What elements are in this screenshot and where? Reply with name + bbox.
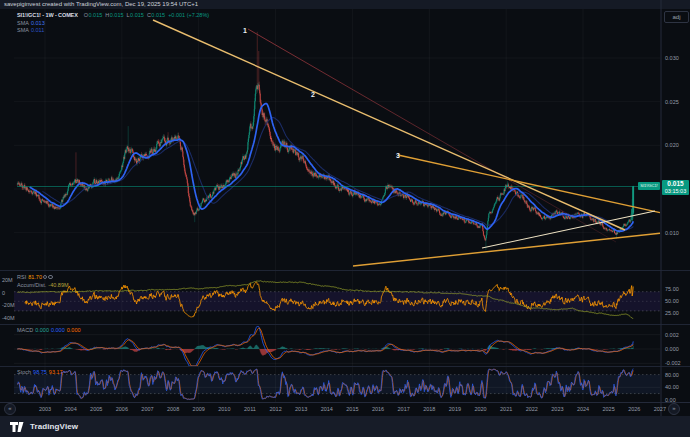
stoch-d-value: 93.17 [49,369,63,375]
symbol-legend[interactable]: SI1!/GC1! - 1W - COMEX O0.015 H0.015 L0.… [17,12,209,18]
year-tick: 2016 [372,406,384,412]
sma1-legend[interactable]: SMA 0.013 [17,20,45,26]
year-tick: 2010 [218,406,230,412]
price-tick: 0.010 [665,230,679,236]
year-tick: 2013 [295,406,307,412]
accdist-tick: -40M [2,315,15,321]
price-line-symbol-label: SI1!/GC1! [638,182,660,190]
accdist-label: Accum/Dist. [17,282,46,288]
accdist-tick: 20M [2,277,13,283]
svg-text:2: 2 [311,91,315,98]
year-tick: 2014 [321,406,333,412]
macd-tick: 0.000 [665,346,679,352]
year-tick: 2011 [244,406,256,412]
change-value: +0.001 (+7.28%) [168,12,209,18]
last-price-value: 0.015 [662,180,689,188]
symbol-title: SI1!/GC1! - 1W - COMEX [17,12,78,18]
year-tick: 2025 [603,406,615,412]
svg-text:1: 1 [243,27,247,34]
year-tick: 2015 [346,406,358,412]
macd-line-value: 0.000 [51,327,65,333]
year-tick: 2007 [141,406,153,412]
year-tick: 2009 [193,406,205,412]
sma2-label: SMA [17,27,29,33]
ohlc-close-value: 0.015 [151,12,165,18]
sma1-value: 0.013 [31,20,45,26]
accdist-tick: -20M [2,302,15,308]
year-tick: 2006 [116,406,128,412]
year-tick: 2012 [269,406,281,412]
year-tick: 2005 [90,406,102,412]
rsi-tick: 75.00 [665,286,679,292]
price-axis[interactable] [661,0,690,416]
history-range-icon[interactable]: « [4,403,16,415]
footer-bar: TradingView [0,416,690,437]
ohlc-low-value: 0.015 [130,12,144,18]
stoch-k-value: 98.75 [33,369,47,375]
tradingview-logo-icon[interactable] [10,421,26,433]
ohlc-open-key: O [84,12,88,18]
tradingview-wordmark[interactable]: TradingView [30,422,78,431]
rsi-marker-icon [43,275,48,280]
rsi-value: 81.70 [28,274,42,280]
adjust-data-button[interactable]: adj [664,11,689,23]
stoch-tick: 80.00 [665,372,679,378]
ohlc-open-value: 0.015 [89,12,103,18]
year-tick: 2019 [449,406,461,412]
year-tick: 2017 [398,406,410,412]
stoch-tick: 0.00 [665,397,676,403]
rsi-label: RSI [17,274,26,280]
rsi-legend[interactable]: RSI 81.70 [17,274,53,280]
tradingview-chart-window: savepiginvest created with TradingView.c… [0,0,690,437]
year-tick: 2024 [577,406,589,412]
stoch-label: Stoch [17,369,31,375]
macd-legend[interactable]: MACD 0.000 0.000 0.000 [17,327,81,333]
macd-hist-value: 0.000 [35,327,49,333]
go-to-realtime-icon[interactable]: » [668,403,680,415]
macd-label: MACD [17,327,33,333]
last-price-label: 0.015 03:15:03 [662,180,689,195]
svg-text:3: 3 [396,152,400,159]
rsi-marker2-icon [48,275,53,280]
year-tick: 2026 [628,406,640,412]
price-tick: 0.020 [665,142,679,148]
macd-tick: 0.002 [665,332,679,338]
sma1-label: SMA [17,20,29,26]
stoch-legend[interactable]: Stoch 98.75 93.17 [17,369,63,375]
accdist-legend[interactable]: Accum/Dist. -40.89M [17,282,69,288]
accdist-tick: 0 [2,290,5,296]
price-tick: 0.030 [665,55,679,61]
year-tick: 2023 [551,406,563,412]
year-tick: 2027 [654,406,666,412]
ohlc-close-key: C [147,12,151,18]
stoch-tick: 40.00 [665,384,679,390]
accdist-value: -40.89M [48,282,68,288]
rsi-tick: 50.00 [665,298,679,304]
price-tick: 0.025 [665,99,679,105]
bar-countdown: 03:15:03 [662,188,689,196]
year-tick: 2018 [423,406,435,412]
macd-signal-value: 0.000 [67,327,81,333]
year-tick: 2022 [526,406,538,412]
ohlc-high-key: H [105,12,109,18]
year-tick: 2003 [39,406,51,412]
macd-tick: -0.002 [665,360,681,366]
main-chart-canvas[interactable]: 123 [0,0,690,437]
sma2-value: 0.011 [31,27,44,33]
year-tick: 2008 [167,406,179,412]
year-tick: 2021 [500,406,512,412]
ohlc-high-value: 0.015 [110,12,124,18]
rsi-tick: 25.00 [665,310,679,316]
year-tick: 2020 [474,406,486,412]
year-tick: 2004 [64,406,76,412]
sma2-legend[interactable]: SMA 0.011 [17,27,44,33]
